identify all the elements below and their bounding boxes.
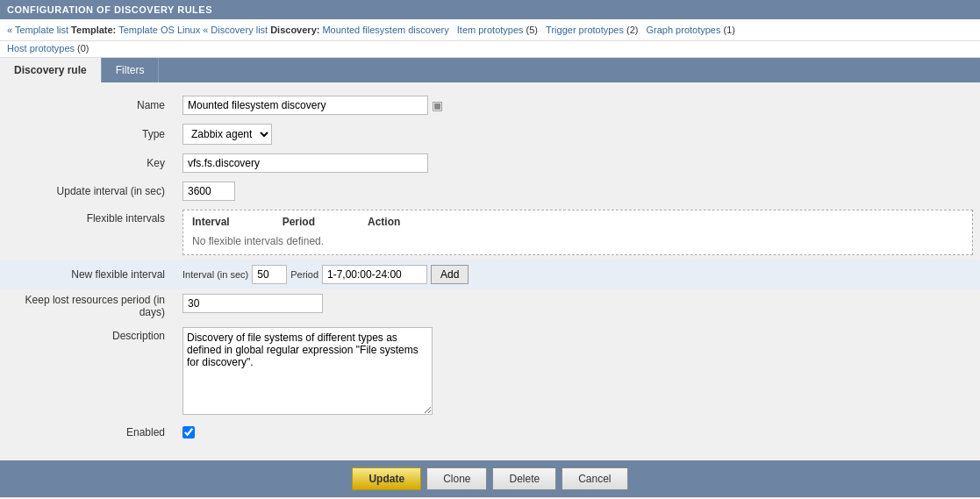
host-prototypes-line: Host prototypes (0) bbox=[0, 41, 980, 58]
breadcrumb: « Template list Template: Template OS Li… bbox=[0, 19, 980, 41]
update-interval-row: Update interval (in sec) bbox=[0, 177, 980, 205]
update-interval-label: Update interval (in sec) bbox=[0, 177, 175, 205]
update-button[interactable]: Update bbox=[352, 467, 421, 490]
discovery-list-link-wrapper: « Discovery list bbox=[203, 25, 268, 35]
graph-prototypes-link[interactable]: Graph prototypes bbox=[646, 25, 720, 35]
type-select[interactable]: Zabbix agent SNMP JMX IPMI bbox=[182, 124, 272, 145]
col-interval: Interval bbox=[192, 216, 230, 228]
cancel-button[interactable]: Cancel bbox=[562, 467, 627, 490]
keep-lost-cell bbox=[175, 289, 980, 323]
tab-filters[interactable]: Filters bbox=[102, 58, 160, 82]
period-input[interactable] bbox=[322, 265, 427, 284]
flexible-intervals-row: Flexible intervals Interval Period Actio… bbox=[0, 205, 980, 260]
col-action: Action bbox=[368, 216, 400, 228]
footer-bar: Update Clone Delete Cancel bbox=[0, 460, 980, 497]
page-title: CONFIGURATION OF DISCOVERY RULES bbox=[0, 0, 980, 19]
enabled-checkbox[interactable] bbox=[182, 426, 195, 438]
host-prototypes-count: (0) bbox=[77, 43, 89, 53]
update-interval-cell bbox=[175, 177, 980, 205]
key-input[interactable] bbox=[182, 153, 428, 173]
description-row: Description Discovery of file systems of… bbox=[0, 323, 980, 422]
template-name-link[interactable]: Template OS Linux bbox=[118, 25, 200, 35]
add-flexible-button[interactable]: Add bbox=[431, 265, 469, 284]
new-flexible-interval-cell: Interval (in sec) Period Add bbox=[175, 260, 980, 289]
interval-sec-label: Interval (in sec) bbox=[182, 269, 248, 280]
trigger-prototypes-count: (2) bbox=[626, 25, 638, 35]
name-input[interactable] bbox=[182, 96, 428, 115]
type-cell: Zabbix agent SNMP JMX IPMI bbox=[175, 119, 980, 149]
update-interval-input[interactable] bbox=[182, 182, 235, 201]
type-row: Type Zabbix agent SNMP JMX IPMI bbox=[0, 119, 980, 149]
form-table: Name ▣ Type Zabbix agent SNMP JMX IPMI bbox=[0, 91, 980, 443]
new-flexible-interval-label: New flexible interval bbox=[0, 260, 175, 289]
enabled-label: Enabled bbox=[0, 422, 175, 443]
name-cell: ▣ bbox=[175, 91, 980, 119]
discovery-prefix: Discovery: bbox=[270, 25, 319, 35]
period-label: Period bbox=[290, 269, 318, 280]
discovery-name-link[interactable]: Mounted filesystem discovery bbox=[322, 25, 448, 35]
no-flexible-data: No flexible intervals defined. bbox=[192, 233, 963, 249]
keep-lost-label: Keep lost resources period (in days) bbox=[0, 289, 175, 323]
keep-lost-input[interactable] bbox=[182, 294, 323, 313]
flexible-intervals-cell: Interval Period Action No flexible inter… bbox=[175, 205, 980, 260]
graph-prototypes-count: (1) bbox=[723, 25, 734, 35]
description-cell: Discovery of file systems of different t… bbox=[175, 323, 980, 422]
enabled-cell bbox=[175, 422, 980, 443]
delete-button[interactable]: Delete bbox=[492, 467, 556, 490]
tabs-bar: Discovery rule Filters bbox=[0, 58, 980, 82]
item-prototypes-count: (5) bbox=[526, 25, 538, 35]
enabled-row: Enabled bbox=[0, 422, 980, 443]
key-label: Key bbox=[0, 149, 175, 177]
trigger-prototypes-link[interactable]: Trigger prototypes bbox=[546, 25, 624, 35]
keep-lost-row: Keep lost resources period (in days) bbox=[0, 289, 980, 323]
tab-discovery-rule[interactable]: Discovery rule bbox=[0, 58, 102, 82]
item-prototypes-link[interactable]: Item prototypes bbox=[457, 25, 524, 35]
discovery-list-link[interactable]: « Discovery list bbox=[203, 25, 268, 35]
interval-sec-input[interactable] bbox=[252, 265, 287, 284]
name-row: Name ▣ bbox=[0, 91, 980, 119]
flexible-col-headers: Interval Period Action bbox=[192, 216, 963, 228]
flexible-intervals-label: Flexible intervals bbox=[0, 205, 175, 260]
col-period: Period bbox=[283, 216, 315, 228]
clone-button[interactable]: Clone bbox=[426, 467, 487, 490]
content-area: Name ▣ Type Zabbix agent SNMP JMX IPMI bbox=[0, 82, 980, 452]
template-prefix: Template: bbox=[71, 25, 116, 35]
key-cell bbox=[175, 149, 980, 177]
host-prototypes-link[interactable]: Host prototypes bbox=[7, 43, 75, 53]
name-label: Name bbox=[0, 91, 175, 119]
description-textarea[interactable]: Discovery of file systems of different t… bbox=[182, 327, 433, 415]
key-row: Key bbox=[0, 149, 980, 177]
description-label: Description bbox=[0, 323, 175, 422]
name-input-wrapper: ▣ bbox=[182, 96, 973, 115]
name-edit-icon[interactable]: ▣ bbox=[432, 98, 443, 112]
type-label: Type bbox=[0, 119, 175, 149]
template-list-link[interactable]: « Template list bbox=[7, 25, 68, 35]
flexible-intervals-table: Interval Period Action No flexible inter… bbox=[182, 210, 973, 255]
enabled-checkbox-wrapper bbox=[182, 426, 973, 438]
new-flexible-interval-row: New flexible interval Interval (in sec) … bbox=[0, 260, 980, 289]
